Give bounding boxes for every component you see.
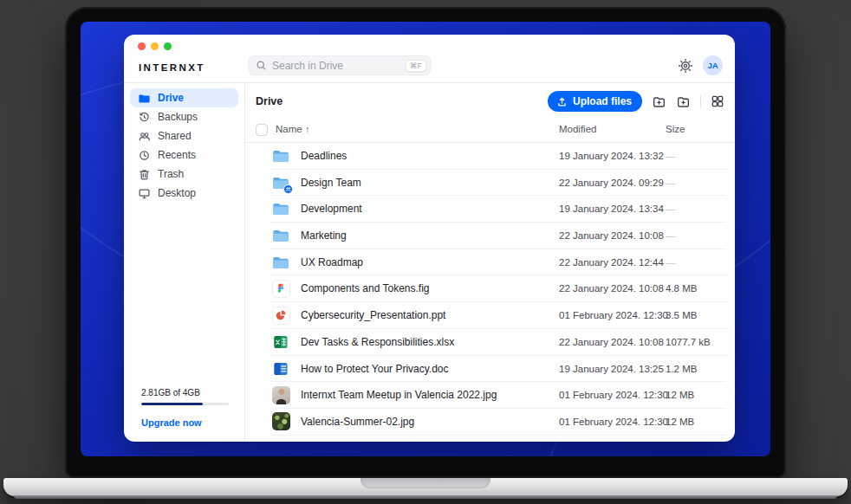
sort-arrow-icon: ↑ <box>305 124 310 134</box>
upload-folder-icon[interactable] <box>676 94 691 109</box>
file-size: — <box>666 223 676 249</box>
file-name: How to Protect Your Privacy.doc <box>301 356 449 383</box>
file-name: Components and Tokens.fig <box>301 275 430 302</box>
table-row[interactable]: Dev Tasks & Responsibilities.xlsx22 Janu… <box>245 329 735 356</box>
table-row[interactable]: How to Protect Your Privacy.doc19 Januar… <box>245 356 735 383</box>
sidebar-item-shared[interactable]: Shared <box>130 126 238 145</box>
traffic-light-minimize[interactable] <box>151 42 159 50</box>
topbar-left: INTERNXT <box>124 35 245 82</box>
column-header-modified[interactable]: Modified <box>559 124 596 134</box>
file-size: 1.2 MB <box>666 356 697 383</box>
trash-icon <box>138 168 151 181</box>
upgrade-now-link[interactable]: Upgrade now <box>141 417 202 428</box>
app-window: INTERNXT Search in Drive ⌘F <box>124 35 735 442</box>
file-size: — <box>666 143 676 170</box>
header-actions: Upload files <box>548 91 724 112</box>
drive-folder-icon <box>138 92 151 105</box>
folder-icon <box>271 199 290 218</box>
user-avatar[interactable]: JA <box>703 55 723 75</box>
select-all-checkbox[interactable] <box>256 124 268 136</box>
sidebar-item-label: Backups <box>158 111 198 123</box>
sidebar-item-label: Recents <box>158 149 196 161</box>
grid-view-icon[interactable] <box>711 94 724 108</box>
sidebar-item-trash[interactable]: Trash <box>130 165 238 184</box>
topbar-actions: JA <box>679 55 723 75</box>
modified-date: 22 January 2024. 10:08 <box>559 223 664 249</box>
window-topbar: INTERNXT Search in Drive ⌘F <box>124 35 735 83</box>
internxt-logo: INTERNXT <box>139 62 205 73</box>
upload-icon <box>556 96 568 107</box>
upload-files-label: Upload files <box>573 95 632 107</box>
table-row[interactable]: Marketing22 January 2024. 10:08— <box>245 223 735 249</box>
file-list: Deadlines19 January 2024. 13:32—Design T… <box>245 143 735 442</box>
modified-date: 22 January 2024. 10:08 <box>559 329 664 356</box>
main-content: Drive Upload files <box>245 83 735 442</box>
search-input[interactable]: Search in Drive ⌘F <box>248 55 432 75</box>
sidebar-item-recents[interactable]: Recents <box>130 145 238 165</box>
modified-date: 22 January 2024. 12:44 <box>559 249 664 276</box>
sidebar: DriveBackupsSharedRecentsTrashDesktop 2.… <box>124 83 245 442</box>
file-size: 4.8 MB <box>666 275 697 302</box>
modified-date: 19 January 2024. 13:32 <box>559 143 664 170</box>
table-row[interactable]: UX Roadmap22 January 2024. 12:44— <box>245 249 735 276</box>
file-size: 12 MB <box>666 409 694 436</box>
file-name: Deadlines <box>301 143 347 170</box>
file-size: 3.5 MB <box>666 302 697 329</box>
clock-icon <box>138 149 151 162</box>
figma-icon <box>271 279 290 298</box>
breadcrumb: Drive <box>256 95 283 107</box>
traffic-light-zoom[interactable] <box>164 42 172 50</box>
file-name: UX Roadmap <box>301 249 363 276</box>
sidebar-item-label: Desktop <box>158 187 196 199</box>
folder-icon <box>271 146 290 165</box>
storage-progress-fill <box>141 403 203 405</box>
storage-progress-bar <box>141 403 229 405</box>
file-size: — <box>666 249 676 276</box>
history-icon <box>138 111 151 124</box>
search-placeholder: Search in Drive <box>272 60 400 72</box>
window-body: DriveBackupsSharedRecentsTrashDesktop 2.… <box>124 83 735 442</box>
monitor-icon <box>138 187 151 200</box>
table-row[interactable]: Valencia-Summer-02.jpg01 February 2024. … <box>245 409 735 436</box>
modified-date: 01 February 2024. 12:30 <box>559 302 668 329</box>
file-name: Cybersecurity_Presentation.ppt <box>301 302 445 329</box>
file-name: Internxt Team Meetup in Valencia 2022.jp… <box>301 382 497 409</box>
column-header-name[interactable]: Name ↑ <box>276 124 309 134</box>
table-header: Name ↑ Modified Size <box>245 118 735 143</box>
sidebar-item-label: Shared <box>158 130 192 142</box>
upload-files-button[interactable]: Upload files <box>548 91 642 112</box>
sidebar-item-label: Trash <box>158 168 184 180</box>
photo-person-thumbnail <box>271 385 290 404</box>
sidebar-item-desktop[interactable]: Desktop <box>130 184 238 203</box>
new-folder-icon[interactable] <box>652 94 666 109</box>
traffic-lights <box>138 42 172 50</box>
file-size: 1077.7 kB <box>666 329 711 356</box>
modified-date: 19 January 2024. 13:25 <box>559 356 664 383</box>
file-name: Development <box>301 196 362 223</box>
folder-icon <box>271 253 290 272</box>
table-row[interactable]: Cybersecurity_Presentation.ppt01 Februar… <box>245 302 735 329</box>
table-row[interactable]: Development19 January 2024. 13:34— <box>245 196 735 223</box>
sidebar-nav: DriveBackupsSharedRecentsTrashDesktop <box>124 88 244 203</box>
file-name: Marketing <box>301 223 347 249</box>
sidebar-item-backups[interactable]: Backups <box>130 107 238 126</box>
sidebar-item-drive[interactable]: Drive <box>130 88 238 107</box>
table-row[interactable]: Internxt Team Meetup in Valencia 2022.jp… <box>245 382 735 409</box>
laptop-screen-bezel: INTERNXT Search in Drive ⌘F <box>65 7 786 478</box>
table-row[interactable]: Deadlines19 January 2024. 13:32— <box>245 143 735 170</box>
column-header-size[interactable]: Size <box>666 124 685 134</box>
background: INTERNXT Search in Drive ⌘F <box>0 0 851 504</box>
modified-date: 19 January 2024. 13:34 <box>559 196 664 223</box>
actions-divider <box>700 94 701 108</box>
ppt-icon <box>271 306 290 325</box>
laptop-base <box>3 478 848 496</box>
desktop-wallpaper: INTERNXT Search in Drive ⌘F <box>81 22 770 456</box>
table-row[interactable]: Components and Tokens.fig22 January 2024… <box>245 275 735 302</box>
table-row[interactable]: Design Team22 January 2024. 09:29— <box>245 170 735 197</box>
main-header: Drive Upload files <box>245 83 735 118</box>
traffic-light-close[interactable] <box>138 42 146 50</box>
folder-icon <box>271 173 290 192</box>
settings-gear-icon[interactable] <box>679 59 692 73</box>
modified-date: 01 February 2024. 12:30 <box>559 382 668 409</box>
people-icon <box>138 130 151 143</box>
